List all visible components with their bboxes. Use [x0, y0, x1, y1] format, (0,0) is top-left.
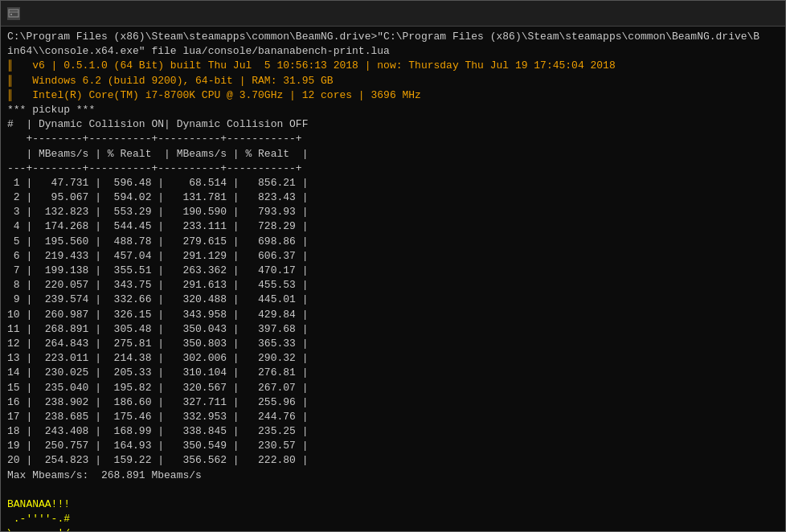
cpu-line: ║ Intel(R) Core(TM) i7-8700K CPU @ 3.70G…	[7, 88, 779, 103]
table-header2: | MBeams/s | % Realt | MBeams/s | % Real…	[7, 147, 779, 162]
table-header1: # | Dynamic Collision ON| Dynamic Collis…	[7, 117, 779, 132]
table-row: 20 | 254.823 | 159.22 | 356.562 | 222.80…	[7, 453, 779, 468]
table-row: 7 | 199.138 | 355.51 | 263.362 | 470.17 …	[7, 264, 779, 278]
table-row: 17 | 238.685 | 175.46 | 332.953 | 244.76…	[7, 410, 779, 424]
svg-rect-0	[9, 10, 18, 17]
blank1	[7, 483, 779, 497]
titlebar	[1, 1, 785, 27]
table-row: 8 | 220.057 | 343.75 | 291.613 | 455.53 …	[7, 278, 779, 293]
table-row: 1 | 47.731 | 596.48 | 68.514 | 856.21 |	[7, 176, 779, 190]
table-row: 6 | 219.433 | 457.04 | 291.129 | 606.37 …	[7, 249, 779, 264]
minimize-button[interactable]	[668, 1, 705, 27]
max-line: Max Mbeams/s: 268.891 Mbeams/s	[7, 469, 779, 483]
table-row: 12 | 264.843 | 275.81 | 350.803 | 365.33…	[7, 337, 779, 351]
table-sep2: ---+--------+----------+----------+-----…	[7, 162, 779, 176]
table-row: 13 | 223.011 | 214.38 | 302.006 | 290.32…	[7, 351, 779, 366]
table-row: 14 | 230.025 | 205.33 | 310.104 | 276.81…	[7, 366, 779, 380]
window-controls	[668, 1, 779, 27]
pickup-line: *** pickup ***	[7, 103, 779, 117]
banana-line-1: BANANAA!!!	[7, 497, 779, 512]
table-row: 16 | 238.902 | 186.60 | 327.711 | 255.96…	[7, 395, 779, 410]
table-row: 4 | 174.268 | 544.45 | 233.111 | 728.29 …	[7, 219, 779, 234]
table-row: 9 | 239.574 | 332.66 | 320.488 | 445.01 …	[7, 293, 779, 307]
table-row: 5 | 195.560 | 488.78 | 279.615 | 698.86 …	[7, 235, 779, 249]
close-button[interactable]	[742, 1, 779, 27]
banana-line-3: \ ------!/	[7, 526, 779, 531]
window-icon	[7, 7, 20, 20]
banana-line-2: .-''''-.#	[7, 512, 779, 526]
table-row: 3 | 132.823 | 553.29 | 190.590 | 793.93 …	[7, 205, 779, 219]
terminal-content: C:\Program Files (x86)\Steam\steamapps\c…	[1, 27, 785, 531]
table-sep1: +--------+----------+----------+--------…	[7, 132, 779, 146]
window: C:\Program Files (x86)\Steam\steamapps\c…	[0, 0, 786, 532]
table-rows: 1 | 47.731 | 596.48 | 68.514 | 856.21 | …	[7, 176, 779, 469]
table-row: 10 | 260.987 | 326.15 | 343.958 | 429.84…	[7, 308, 779, 322]
maximize-button[interactable]	[705, 1, 742, 27]
table-row: 15 | 235.040 | 195.82 | 320.567 | 267.07…	[7, 381, 779, 395]
table-row: 18 | 243.408 | 168.99 | 338.845 | 235.25…	[7, 424, 779, 439]
version-line: ║ v6 | 0.5.1.0 (64 Bit) built Thu Jul 5 …	[7, 59, 779, 73]
table-row: 11 | 268.891 | 305.48 | 350.043 | 397.68…	[7, 322, 779, 337]
windows-line: ║ Windows 6.2 (build 9200), 64-bit | RAM…	[7, 74, 779, 88]
cmd-line-2: in64\\console.x64.exe" file lua/console/…	[7, 44, 779, 59]
cmd-line-1: C:\Program Files (x86)\Steam\steamapps\c…	[7, 30, 779, 44]
table-row: 19 | 250.757 | 164.93 | 350.549 | 230.57…	[7, 439, 779, 453]
table-row: 2 | 95.067 | 594.02 | 131.781 | 823.43 |	[7, 190, 779, 205]
svg-rect-2	[10, 14, 12, 15]
